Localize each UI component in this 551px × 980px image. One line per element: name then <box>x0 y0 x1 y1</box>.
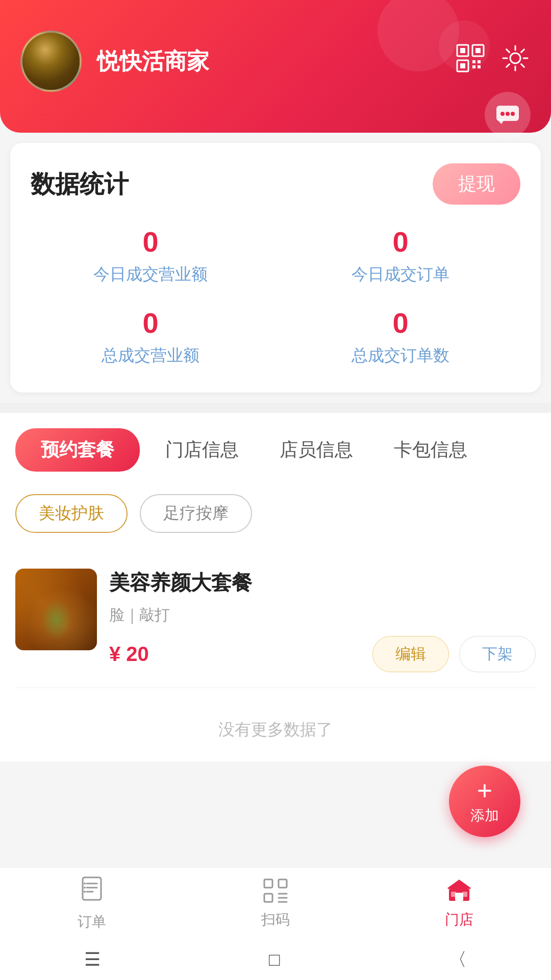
svg-rect-13 <box>506 112 510 116</box>
svg-point-20 <box>84 887 86 889</box>
withdraw-button[interactable]: 提现 <box>433 163 520 205</box>
stat-label-today-orders: 今日成交订单 <box>281 263 520 286</box>
product-actions: 编辑 下架 <box>372 636 536 672</box>
merchant-name: 悦快活商家 <box>97 46 209 77</box>
product-info: 美容养颜大套餐 脸｜敲打 ¥ 20 编辑 下架 <box>109 569 536 672</box>
tab-reservation-package[interactable]: 预约套餐 <box>15 428 140 472</box>
list-item: 美容养颜大套餐 脸｜敲打 ¥ 20 编辑 下架 <box>15 553 536 688</box>
header: 悦快活商家 <box>0 0 551 133</box>
tab-card-info[interactable]: 卡包信息 <box>379 428 483 472</box>
stat-label-total-revenue: 总成交营业额 <box>31 345 270 367</box>
scan-icon <box>262 877 289 906</box>
stat-value-today-revenue: 0 <box>31 225 270 258</box>
fab-plus-icon: + <box>477 777 492 804</box>
sub-tabs: 美妆护肤 足疗按摩 <box>0 482 551 543</box>
bottom-nav: 订单 扫码 <box>0 867 551 939</box>
product-name: 美容养颜大套餐 <box>109 569 536 597</box>
product-price: ¥ 20 <box>109 643 149 666</box>
stats-section: 数据统计 提现 0 今日成交营业额 0 今日成交订单 0 总成交营业额 0 总成… <box>10 143 541 393</box>
system-nav: ☰ □ 〈 <box>0 939 551 980</box>
product-image <box>15 569 97 650</box>
gear-icon[interactable] <box>500 43 531 80</box>
stat-item-total-orders: 0 总成交订单数 <box>281 306 520 367</box>
svg-rect-30 <box>451 892 456 897</box>
no-more-text: 没有更多数据了 <box>0 698 551 762</box>
stat-value-total-orders: 0 <box>281 306 520 339</box>
avatar[interactable] <box>20 31 82 92</box>
svg-rect-22 <box>264 879 272 888</box>
product-list: 美容养颜大套餐 脸｜敲打 ¥ 20 编辑 下架 <box>0 543 551 698</box>
system-home-icon[interactable]: □ <box>269 949 280 970</box>
svg-rect-23 <box>279 879 287 888</box>
stat-item-today-orders: 0 今日成交订单 <box>281 225 520 286</box>
chat-button[interactable] <box>485 92 531 138</box>
stat-value-today-orders: 0 <box>281 225 520 258</box>
svg-rect-12 <box>500 112 505 116</box>
add-fab-button[interactable]: + 添加 <box>449 766 520 837</box>
stats-grid: 0 今日成交营业额 0 今日成交订单 0 总成交营业额 0 总成交订单数 <box>31 225 520 367</box>
stat-label-today-revenue: 今日成交营业额 <box>31 263 270 286</box>
nav-label-store: 门店 <box>445 910 473 929</box>
svg-point-19 <box>84 883 86 885</box>
tabs-section: 预约套餐 门店信息 店员信息 卡包信息 <box>0 413 551 482</box>
system-menu-icon[interactable]: ☰ <box>84 949 101 970</box>
tab-store-info[interactable]: 门店信息 <box>150 428 254 472</box>
product-tags: 脸｜敲打 <box>109 605 536 626</box>
nav-item-scan[interactable]: 扫码 <box>184 868 367 939</box>
svg-rect-14 <box>511 112 515 116</box>
system-back-icon[interactable]: 〈 <box>448 947 467 972</box>
tab-staff-info[interactable]: 店员信息 <box>264 428 368 472</box>
sub-tab-massage[interactable]: 足疗按摩 <box>140 494 252 533</box>
svg-rect-15 <box>83 877 101 900</box>
stat-item-today-revenue: 0 今日成交营业额 <box>31 225 270 286</box>
svg-rect-24 <box>264 894 272 902</box>
store-icon <box>446 877 472 906</box>
main-tabs: 预约套餐 门店信息 店员信息 卡包信息 <box>15 428 536 482</box>
nav-item-store[interactable]: 门店 <box>367 868 551 939</box>
svg-rect-29 <box>455 893 463 901</box>
svg-point-10 <box>510 53 520 63</box>
stat-label-total-orders: 总成交订单数 <box>281 345 520 367</box>
stats-title: 数据统计 <box>31 168 129 201</box>
stat-value-total-revenue: 0 <box>31 306 270 339</box>
delist-button[interactable]: 下架 <box>459 636 536 672</box>
svg-point-21 <box>84 891 86 893</box>
section-divider <box>0 403 551 413</box>
orders-icon <box>79 875 105 908</box>
nav-label-scan: 扫码 <box>261 910 290 929</box>
nav-label-orders: 订单 <box>78 912 106 932</box>
edit-button[interactable]: 编辑 <box>372 636 449 672</box>
product-bottom: ¥ 20 编辑 下架 <box>109 636 536 672</box>
nav-item-orders[interactable]: 订单 <box>0 868 184 939</box>
sub-tab-beauty[interactable]: 美妆护肤 <box>15 494 128 533</box>
stat-item-total-revenue: 0 总成交营业额 <box>31 306 270 367</box>
fab-label: 添加 <box>470 806 499 825</box>
svg-rect-31 <box>462 892 467 897</box>
